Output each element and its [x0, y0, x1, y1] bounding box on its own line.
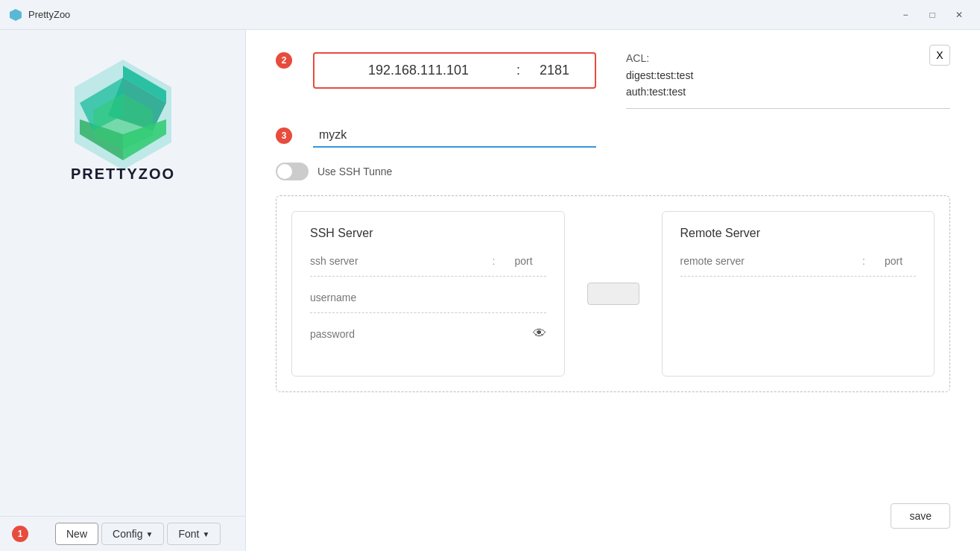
config-button[interactable]: Config ▼ [101, 523, 164, 545]
acl-value: digest:test:test auth:test:test [626, 67, 950, 101]
ssh-server-title: SSH Server [310, 227, 546, 240]
ssh-toggle-label: Use SSH Tunne [317, 166, 392, 177]
acl-divider [626, 108, 950, 109]
remote-server-input[interactable] [680, 252, 857, 270]
main-layout: PRETTYZOO 1 New Config ▼ Font ▼ 2 192.16… [0, 30, 980, 551]
ssh-server-field-row: : [310, 252, 546, 277]
ssh-toggle-row: Use SSH Tunne [276, 163, 950, 180]
svg-text:PRETTYZOO: PRETTYZOO [70, 166, 174, 182]
ssh-toggle[interactable] [276, 163, 309, 180]
port-display: 2181 [532, 63, 577, 78]
step2-badge: 2 [276, 52, 292, 69]
remote-port-input[interactable] [871, 255, 916, 267]
host-port-separator: : [516, 63, 520, 78]
app-logo: PRETTYZOO [56, 52, 190, 186]
host-port-box: 192.168.111.101 : 2181 [313, 52, 596, 89]
ssh-port-input[interactable] [502, 255, 546, 267]
connection-row: 2 192.168.111.101 : 2181 X ACL: digest:t… [276, 52, 950, 109]
username-input[interactable] [310, 289, 546, 306]
save-button[interactable]: save [891, 503, 950, 529]
config-chevron-icon: ▼ [145, 530, 153, 538]
title-bar-left: PrettyZoo [9, 8, 70, 22]
acl-label: ACL: [626, 52, 950, 64]
password-input[interactable] [310, 325, 527, 343]
font-chevron-icon: ▼ [202, 530, 209, 538]
remote-server-box: Remote Server : [662, 211, 935, 377]
minimize-button[interactable]: − [894, 4, 917, 25]
name-row: 3 [276, 124, 950, 148]
toggle-knob [277, 164, 292, 179]
new-button[interactable]: New [55, 523, 98, 545]
name-input[interactable] [313, 124, 596, 148]
title-bar-controls: − □ ✕ [894, 4, 971, 25]
remote-server-field-row: : [680, 252, 917, 277]
title-bar: PrettyZoo − □ ✕ [0, 0, 980, 30]
logo-area: PRETTYZOO [48, 45, 197, 194]
save-row: save [276, 503, 950, 529]
show-password-icon[interactable]: 👁 [533, 326, 546, 341]
ssh-server-box: SSH Server : 👁 [291, 211, 565, 377]
remote-field-separator: : [862, 255, 865, 267]
ssh-server-input[interactable] [310, 252, 487, 270]
username-field-row [310, 289, 546, 313]
content-area: 2 192.168.111.101 : 2181 X ACL: digest:t… [246, 30, 980, 551]
font-button[interactable]: Font ▼ [167, 523, 221, 545]
app-title: PrettyZoo [28, 9, 70, 20]
maximize-button[interactable]: □ [920, 4, 944, 25]
middle-btn-area [580, 211, 647, 377]
svg-marker-0 [10, 9, 22, 21]
close-button[interactable]: ✕ [947, 4, 971, 25]
app-icon [9, 8, 22, 22]
remote-server-title: Remote Server [680, 227, 917, 240]
close-x-button[interactable]: X [929, 45, 950, 66]
password-field-row: 👁 [310, 325, 546, 349]
step3-badge: 3 [276, 127, 292, 144]
host-display: 192.168.111.101 [332, 63, 505, 78]
sidebar: PRETTYZOO 1 New Config ▼ Font ▼ [0, 30, 246, 551]
connect-button[interactable] [587, 283, 639, 305]
ssh-field-separator: : [493, 255, 496, 267]
ssh-panel: SSH Server : 👁 [276, 195, 950, 392]
acl-area: X ACL: digest:test:test auth:test:test [611, 52, 950, 109]
step1-badge: 1 [12, 526, 28, 542]
sidebar-toolbar: 1 New Config ▼ Font ▼ [0, 516, 245, 551]
